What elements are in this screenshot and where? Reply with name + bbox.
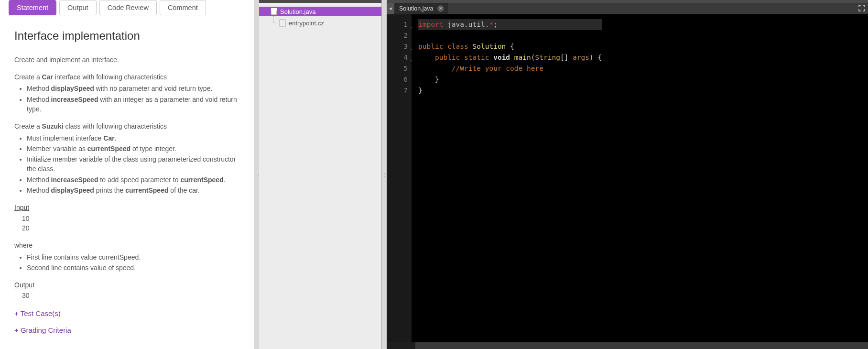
input-values: 10 20 [14, 214, 239, 233]
testcases-expander[interactable]: + Test Case(s) [14, 308, 239, 319]
editor-tab-solution[interactable]: Solution.java ✕ [394, 3, 448, 14]
vertical-splitter-left[interactable]: ⋮ [254, 0, 259, 349]
line-gutter: 1▾ 2 3▾ 4▾ 5 6 7 [387, 14, 412, 342]
list-item: Must implement interface Car. [27, 133, 239, 143]
problem-title: Interface implementation [14, 28, 239, 44]
intro-text: Create and implement an interface. [14, 55, 239, 65]
file-icon [271, 8, 277, 15]
file-icon [279, 19, 286, 27]
input-label: Input [14, 204, 29, 211]
tree-item-label: Solution.java [280, 8, 315, 15]
code-line: //Write your code here [418, 63, 602, 74]
panel-tabs: Statement Output Code Review Comment [0, 0, 254, 15]
list-item: Method increaseSpeed with an integer as … [27, 95, 239, 114]
tree-branch-line [273, 16, 278, 23]
tree-item-solution[interactable]: Solution.java [259, 7, 381, 16]
code-line: public static void main(String[] args) { [418, 52, 602, 63]
tab-code-review[interactable]: Code Review [99, 0, 157, 15]
car-list: Method displaySpeed with no parameter an… [14, 84, 239, 114]
code-line: public class Solution { [418, 41, 602, 52]
code-line [418, 30, 602, 41]
vertical-splitter-right[interactable]: ⋮ [382, 0, 387, 349]
fullscreen-icon[interactable] [857, 4, 866, 12]
list-item: Initialize member variable of the class … [27, 154, 239, 174]
list-item: Method displaySpeed prints the currentSp… [27, 185, 239, 195]
output-values: 30 [14, 291, 239, 300]
code-editor-panel: ◂ Solution.java ✕ 1▾ 2 3▾ 4▾ 5 6 7 impor… [387, 0, 868, 349]
grading-expander[interactable]: + Grading Criteria [14, 325, 239, 336]
problem-panel: Statement Output Code Review Comment Int… [0, 0, 254, 349]
suzuki-list: Must implement interface Car. Member var… [14, 133, 239, 196]
tab-output[interactable]: Output [59, 0, 97, 15]
tree-toolbar [259, 0, 381, 3]
editor-tab-label: Solution.java [399, 5, 434, 12]
output-label: Output [14, 281, 34, 289]
car-heading: Create a Car interface with following ch… [14, 72, 239, 82]
horizontal-scrollbar[interactable] [415, 342, 868, 349]
suzuki-heading: Create a Suzuki class with following cha… [14, 121, 239, 131]
tree-item-label: entrypoint.cz [289, 20, 324, 27]
where-label: where [14, 240, 239, 250]
list-item: Second line contains value of speed. [27, 263, 239, 273]
code-line: } [418, 74, 602, 85]
svg-rect-1 [271, 8, 277, 11]
list-item: Method displaySpeed with no parameter an… [27, 84, 239, 93]
list-item: Member variable as currentSpeed of type … [27, 144, 239, 153]
tab-statement[interactable]: Statement [9, 0, 56, 15]
code-content[interactable]: import java.util.*; public class Solutio… [412, 14, 602, 342]
svg-rect-2 [280, 20, 285, 26]
list-item: First line contains value currentSpeed. [27, 252, 239, 262]
where-list: First line contains value currentSpeed. … [14, 252, 239, 273]
tab-scroll-left[interactable]: ◂ [387, 3, 394, 14]
code-line: import java.util.*; [418, 19, 602, 30]
tab-comment[interactable]: Comment [160, 0, 206, 15]
code-line: } [418, 85, 602, 96]
editor-tabbar: ◂ Solution.java ✕ [387, 3, 868, 14]
file-tree-panel: Solution.java entrypoint.cz [259, 0, 382, 349]
code-area[interactable]: 1▾ 2 3▾ 4▾ 5 6 7 import java.util.*; pub… [387, 14, 868, 342]
statement-body: Interface implementation Create and impl… [0, 15, 254, 349]
list-item: Method increaseSpeed to add speed parame… [27, 175, 239, 185]
close-icon[interactable]: ✕ [437, 5, 444, 12]
